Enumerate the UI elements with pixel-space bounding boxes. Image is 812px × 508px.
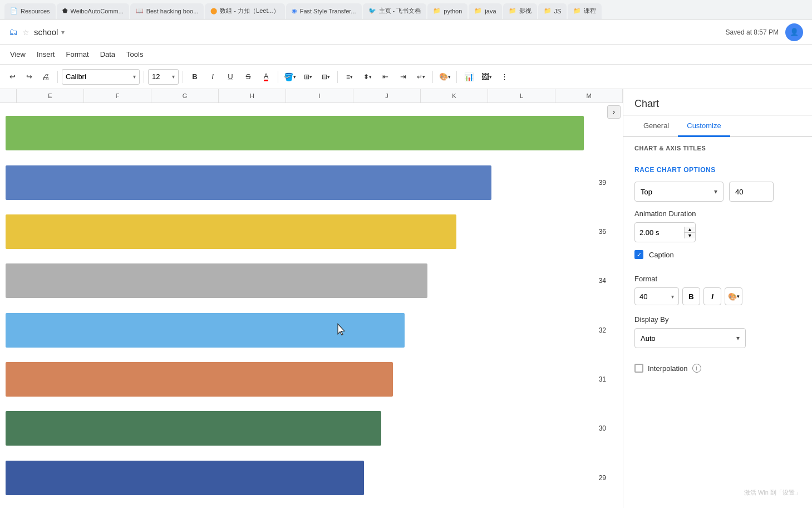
chart-bar-label-6: 31 — [599, 375, 606, 383]
display-by-dropdown[interactable]: Auto ▾ — [634, 328, 746, 348]
undo-redo-group: ↩ ↪ 🖨 — [4, 69, 53, 85]
tab-hacking[interactable]: 📖 Best hacking boo... — [130, 3, 204, 19]
more-icon: ⋮ — [501, 72, 508, 81]
tab-general[interactable]: General — [634, 116, 678, 136]
format-size-dropdown[interactable]: 40 ▾ — [634, 287, 679, 305]
merge-cells-button[interactable]: ⊟ ▾ — [318, 69, 333, 85]
wrap-text-button[interactable]: ↵ ▾ — [413, 69, 429, 85]
race-options-title: RACE CHART OPTIONS — [634, 166, 801, 174]
align-button[interactable]: ≡ ▾ — [342, 69, 357, 85]
fill-color-button[interactable]: 🪣 ▾ — [282, 69, 298, 85]
chart-bar-row-3: 36 — [6, 213, 584, 251]
tab-weibo[interactable]: ⬟ WeiboAutoComm... — [57, 3, 129, 19]
menu-insert[interactable]: Insert — [31, 47, 61, 62]
toolbar-divider-7 — [456, 71, 457, 83]
position-dropdown[interactable]: Top ▾ — [634, 182, 724, 202]
chevron-down-icon: ▾ — [714, 188, 717, 196]
menu-tools[interactable]: Tools — [121, 47, 149, 62]
chart-bar-row-1 — [6, 114, 584, 152]
menu-data[interactable]: Data — [95, 47, 121, 62]
chevron-down-icon: ▾ — [133, 74, 136, 80]
chevron-down-icon: ▾ — [671, 294, 674, 300]
chart-bar-label-5: 32 — [599, 326, 606, 334]
info-icon[interactable]: i — [692, 364, 701, 373]
interpolation-row: Interpolation i — [623, 356, 812, 380]
font-size-selector[interactable]: 12 ▾ — [148, 69, 179, 85]
indent-increase-button[interactable]: ⇥ — [395, 69, 411, 85]
menu-view[interactable]: View — [4, 47, 31, 62]
chevron-down-icon: ▾ — [172, 74, 175, 80]
format-label: Format — [634, 275, 801, 283]
tab-icon-js: 📁 — [544, 7, 552, 14]
tab-js[interactable]: 📁 JS — [538, 3, 567, 19]
tab-yingshi[interactable]: 📁 影视 — [503, 3, 537, 19]
underline-button[interactable]: U — [223, 69, 238, 85]
chevron-down-icon: ▾ — [327, 74, 330, 80]
toolbar-divider-2 — [144, 71, 144, 83]
tab-customize[interactable]: Customize — [678, 116, 730, 137]
collapse-panel-button[interactable]: › — [607, 105, 621, 119]
italic-button[interactable]: I — [205, 69, 220, 85]
animation-duration-row: 2.00 s ▲ ▼ — [634, 222, 801, 242]
chart-bar-row-4: 34 — [6, 262, 584, 300]
col-header-m: M — [555, 89, 623, 102]
chart-bar-row-8: 29 — [6, 459, 584, 497]
more-options-button[interactable]: ⋮ — [496, 69, 512, 85]
account-button[interactable]: 👤 — [785, 23, 803, 41]
format-bold-button[interactable]: B — [682, 287, 700, 305]
chart-bar-label-7: 30 — [599, 424, 606, 432]
menu-format[interactable]: Format — [60, 47, 94, 62]
tab-resources[interactable]: 📄 Resources — [4, 3, 56, 19]
border-button[interactable]: ⊞ ▾ — [300, 69, 316, 85]
column-headers: E F G H I J K L M — [0, 89, 623, 103]
menu-bar: View Insert Format Data Tools — [0, 45, 812, 65]
fill-icon: 🪣 — [284, 72, 293, 81]
tab-feishu[interactable]: 🐦 主页 - 飞书文档 — [363, 3, 427, 19]
print-button[interactable]: 🖨 — [38, 69, 53, 85]
interpolation-label: Interpolation — [648, 364, 688, 373]
tab-fastsyle[interactable]: ◉ Fast Style Transfer... — [286, 3, 362, 19]
star-icon[interactable]: ☆ — [22, 28, 29, 37]
caption-checkbox[interactable]: ✓ — [634, 250, 643, 259]
format-italic-button[interactable]: I — [703, 287, 721, 305]
chevron-down-icon: ▾ — [350, 74, 353, 80]
display-by-label: Display By — [634, 315, 801, 324]
chevron-down-icon: ▾ — [369, 74, 372, 80]
chevron-down-icon: ▾ — [448, 74, 451, 80]
font-color-button[interactable]: A — [258, 69, 274, 85]
animation-duration-input[interactable]: 2.00 s ▲ ▼ — [634, 222, 696, 242]
valign-button[interactable]: ⬍ ▾ — [360, 69, 375, 85]
toolbar-divider-4 — [278, 71, 278, 83]
indent-decrease-button[interactable]: ⇤ — [377, 69, 393, 85]
animation-duration-value: 2.00 s — [635, 228, 684, 237]
panel-tabs: General Customize — [623, 116, 812, 137]
strikethrough-button[interactable]: S — [240, 69, 256, 85]
interpolation-checkbox[interactable] — [634, 364, 643, 373]
align-icon: ≡ — [346, 73, 350, 81]
tab-python[interactable]: 📁 python — [427, 3, 467, 19]
col-header-h: H — [219, 89, 286, 102]
insert-image-button[interactable]: 🖼 ▾ — [479, 69, 494, 85]
toolbar-divider-5 — [337, 71, 338, 83]
format-color-button[interactable]: 🎨 ▾ — [725, 287, 742, 305]
font-family-selector[interactable]: Calibri ▾ — [62, 69, 140, 85]
chart-bar-row-2: 39 — [6, 164, 584, 202]
tab-java[interactable]: 📁 java — [469, 3, 501, 19]
tab-kecheng[interactable]: 📁 课程 — [568, 3, 602, 19]
col-header-f: F — [84, 89, 151, 102]
undo-button[interactable]: ↩ — [4, 69, 20, 85]
tab-leetcode[interactable]: ⬤ 数组 - 力扣（Leet...） — [205, 3, 284, 19]
paint-format-button[interactable]: 🎨 ▾ — [437, 69, 452, 85]
redo-button[interactable]: ↪ — [21, 69, 37, 85]
bold-button[interactable]: B — [187, 69, 203, 85]
indent-increase-icon: ⇥ — [400, 72, 406, 81]
spinner-up-button[interactable]: ▲ — [685, 227, 695, 233]
position-number-input[interactable]: 40 — [729, 182, 774, 202]
chart-bar-row-6: 31 — [6, 360, 584, 398]
chevron-down-icon[interactable]: ▾ — [61, 28, 65, 36]
browser-tabs: 📄 Resources ⬟ WeiboAutoComm... 📖 Best ha… — [0, 0, 812, 20]
chart-bar-1 — [6, 116, 584, 150]
header-left: 🗂 ☆ school ▾ — [9, 27, 65, 37]
insert-chart-button[interactable]: 📊 — [461, 69, 476, 85]
spinner-down-button[interactable]: ▼ — [685, 233, 695, 238]
